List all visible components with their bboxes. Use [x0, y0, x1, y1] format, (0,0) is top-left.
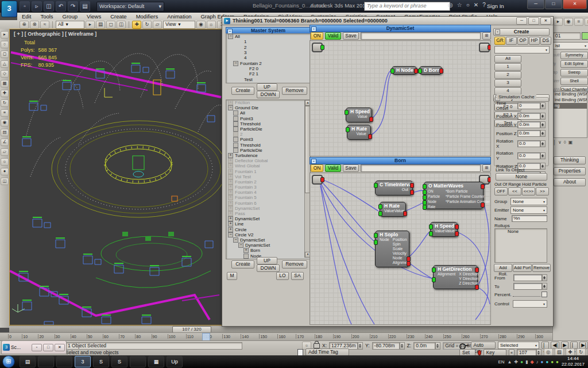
tool-icon[interactable]: ◻ — [1, 51, 9, 58]
group-dropdown[interactable]: None▾ — [510, 198, 547, 205]
tool-icon[interactable]: ○ — [1, 41, 9, 48]
output-connector[interactable] — [479, 43, 490, 52]
modifier-stack-row[interactable]: ind Binding (WSM) — [554, 91, 587, 97]
clock[interactable]: 14:44 22.02.2017 — [562, 356, 585, 367]
help-icon[interactable]: ? — [482, 2, 486, 8]
tab-modify-icon[interactable]: ◉ — [564, 18, 573, 26]
upwork-app[interactable]: Up — [167, 356, 183, 367]
browser-app[interactable] — [38, 356, 54, 367]
tab-motion-icon[interactable]: ◻ — [585, 18, 588, 26]
tree-item[interactable]: DynamicSet — [226, 243, 310, 248]
window-crossing-icon[interactable]: ◫ — [117, 21, 126, 29]
add-roll-button[interactable]: Add Roll. — [494, 264, 512, 272]
viewport-label[interactable]: [ + ] [ Orthographic ] [ Wireframe ] — [14, 31, 96, 37]
tree-item[interactable]: Test — [226, 76, 310, 82]
type-button[interactable]: GR — [494, 37, 505, 45]
panel-corner-icon[interactable]: ⊞ — [482, 164, 491, 172]
range-button[interactable]: <<>> — [522, 187, 535, 195]
object-color-swatch[interactable] — [582, 32, 588, 40]
node-timeinterval[interactable]: C TimeInterval Out — [375, 181, 413, 195]
lo-button[interactable]: LO — [276, 272, 289, 280]
node-getdirection[interactable]: H GetDirection Alignment X DirectionY Di… — [433, 265, 478, 289]
tray-expand-icon[interactable]: ▲ — [508, 359, 512, 365]
tool-icon[interactable]: ▦ — [1, 80, 9, 87]
create-grid-button[interactable]: 1 — [494, 63, 521, 71]
z-coordinate-field[interactable]: 0.0m — [413, 342, 435, 350]
node-h-rate[interactable]: H Rate Value — [347, 125, 371, 140]
skype-app-2[interactable]: S — [111, 356, 127, 367]
percent-checkbox[interactable] — [541, 292, 547, 297]
reference-coordinate-dropdown[interactable]: View▾ — [163, 21, 195, 29]
save-button[interactable]: Save — [343, 32, 359, 40]
tray-app-icon[interactable]: ● — [520, 359, 523, 365]
tree-item[interactable]: Turbulence — [226, 153, 310, 158]
tree-item[interactable]: 2 — [226, 45, 310, 50]
modifier-button[interactable]: Sweep — [560, 69, 588, 76]
modifier-button[interactable]: Shell — [560, 78, 588, 85]
tree-item[interactable]: 4 — [226, 55, 310, 60]
spinner-field[interactable]: 0.0 — [517, 140, 540, 147]
tree-item[interactable]: ParticleDie — [226, 148, 310, 153]
tree-item[interactable]: Fountain 3 — [226, 185, 310, 190]
tool-icon[interactable]: ✚ — [1, 90, 9, 97]
select-move-icon[interactable]: ✚ — [132, 21, 141, 29]
tray-color-icon[interactable]: ● — [541, 359, 544, 365]
minimized-script-window[interactable]: 3 Sc... ▫□✕ — [1, 340, 67, 354]
new-file-icon[interactable]: ▫ — [20, 1, 30, 12]
undo-icon[interactable]: ↶ — [56, 1, 66, 12]
born-node-canvas[interactable]: C TimeInterval Out O MatterWaves ON*Born… — [310, 172, 491, 325]
input-connector[interactable] — [312, 175, 323, 185]
tool-icon[interactable]: ≡ — [1, 109, 9, 117]
tool-icon[interactable]: ◇ — [1, 70, 9, 78]
selection-filter-dropdown[interactable]: All▾ — [56, 21, 84, 29]
tray-update-icon[interactable]: ✚ — [514, 359, 518, 365]
open-file-icon[interactable]: ▹ — [32, 1, 42, 12]
tree-item[interactable]: Fountain 1 — [226, 168, 310, 174]
mini-restore-button[interactable]: □ — [43, 344, 53, 351]
modifier-button[interactable]: Edit Spline — [560, 60, 588, 68]
valid-button[interactable]: Valid — [325, 164, 341, 172]
tree-item[interactable]: Deflector Global — [226, 158, 310, 163]
tree-item[interactable]: All — [226, 34, 310, 39]
tool-icon[interactable]: △ — [1, 60, 9, 68]
node-h-soplo[interactable]: H Soplo Node PositionSpinScaleVelocityNo… — [375, 231, 409, 267]
maximize-button[interactable]: □ — [545, 0, 562, 9]
start-button[interactable]: ⊞ — [2, 355, 15, 368]
skype-app[interactable]: S — [93, 356, 109, 367]
mini-close-button[interactable]: ✕ — [55, 344, 65, 351]
file-manager-app[interactable]: ▤ — [20, 356, 36, 367]
thinking-window-titlebar[interactable]: ▸ Thinking001 Total=0006360 Branch=00000… — [222, 17, 553, 25]
volume-icon[interactable]: ♪ — [536, 359, 539, 365]
m-button[interactable]: M — [227, 272, 237, 280]
tree-item[interactable]: Circle — [226, 227, 310, 232]
node-h-rate[interactable]: H Rate ValueValue — [380, 202, 406, 217]
tool-icon[interactable]: ▸ — [1, 31, 9, 39]
tree-item[interactable]: DynamicSet — [226, 237, 310, 243]
tree-item[interactable]: Born — [226, 248, 310, 253]
select-and-link-icon[interactable]: ⊕ — [20, 21, 29, 29]
bind-spacewarp-icon[interactable]: ≈ — [40, 21, 49, 29]
tree-item[interactable]: DynamicSet — [226, 216, 310, 221]
selection-lock-icon[interactable] — [314, 343, 320, 348]
select-manipulate-icon[interactable]: ☼ — [207, 21, 216, 29]
save-file-icon[interactable]: ◫ — [44, 1, 54, 12]
tree-item[interactable]: Wind Global — [226, 163, 310, 168]
spinner-field[interactable]: 0.0m — [517, 130, 540, 137]
tree-item[interactable]: F2 0 — [226, 66, 310, 71]
search-input[interactable]: Type a keyword or phrase — [364, 2, 450, 11]
3dsmax-app[interactable]: 3 — [75, 356, 91, 367]
menu-item[interactable]: Tools — [36, 13, 57, 20]
use-pivot-icon[interactable]: ◉ — [196, 21, 206, 29]
tree-item[interactable]: Point3 — [226, 116, 310, 121]
language-indicator[interactable]: EN — [498, 359, 504, 365]
select-scale-icon[interactable]: ▱ — [153, 21, 162, 29]
name-field[interactable]: %n — [512, 215, 547, 222]
sa-button[interactable]: SA — [291, 272, 304, 280]
tool-icon[interactable]: ↻ — [1, 99, 9, 107]
tray-app4-icon[interactable]: ● — [556, 359, 559, 365]
node-matterwaves[interactable]: O MatterWaves ON*Born ParticleParticle*P… — [424, 182, 483, 209]
node-h-speed[interactable]: H Speed Value — [346, 108, 372, 122]
range-button[interactable]: OFF — [494, 187, 508, 195]
tab-create-icon[interactable]: ▸ — [554, 18, 563, 26]
menu-item[interactable]: Group — [58, 13, 82, 20]
